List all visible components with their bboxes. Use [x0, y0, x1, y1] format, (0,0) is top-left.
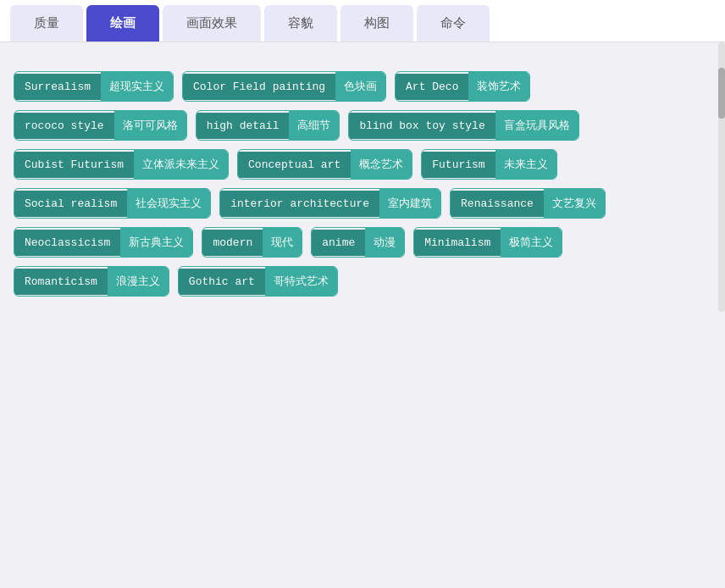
- tag-en-label: Renaissance: [451, 191, 544, 217]
- tag-item[interactable]: Conceptual art概念艺术: [237, 149, 412, 180]
- tag-item[interactable]: Social realism社会现实主义: [14, 188, 211, 219]
- tag-en-label: anime: [312, 230, 365, 256]
- tag-zh-label: 洛可可风格: [114, 111, 186, 140]
- tag-en-label: Gothic art: [179, 269, 265, 295]
- tag-item[interactable]: Gothic art哥特式艺术: [178, 266, 338, 297]
- scrollbar[interactable]: [718, 42, 725, 312]
- tag-en-label: Neoclassicism: [14, 230, 120, 256]
- tag-item[interactable]: rococo style洛可可风格: [14, 110, 187, 141]
- tag-en-label: Conceptual art: [238, 152, 351, 178]
- tag-zh-label: 动漫: [365, 228, 404, 257]
- tag-en-label: Cubist Futurism: [14, 152, 134, 178]
- tag-item[interactable]: Futurism未来主义: [421, 149, 556, 180]
- tag-item[interactable]: Renaissance文艺复兴: [450, 188, 606, 219]
- tab-命令[interactable]: 命令: [417, 5, 490, 42]
- tag-en-label: rococo style: [14, 113, 114, 139]
- tag-en-label: blind box toy style: [349, 113, 495, 139]
- tab-质量[interactable]: 质量: [10, 5, 83, 42]
- tag-item[interactable]: high detail高细节: [196, 110, 340, 141]
- tag-en-label: Futurism: [422, 152, 495, 178]
- tag-item[interactable]: anime动漫: [311, 227, 405, 258]
- tab-构图[interactable]: 构图: [340, 5, 413, 42]
- tag-zh-label: 现代: [263, 228, 302, 257]
- tag-zh-label: 新古典主义: [120, 228, 192, 257]
- tag-en-label: high detail: [196, 113, 290, 139]
- tab-画面效果[interactable]: 画面效果: [163, 5, 261, 42]
- tag-zh-label: 文艺复兴: [544, 189, 605, 218]
- tag-item[interactable]: Art Deco装饰艺术: [395, 71, 530, 102]
- tag-en-label: Social realism: [14, 191, 127, 217]
- tag-en-label: Color Field painting: [183, 74, 335, 100]
- tag-item[interactable]: Neoclassicism新古典主义: [14, 227, 193, 258]
- tag-en-label: Art Deco: [396, 74, 468, 100]
- scrollbar-thumb[interactable]: [718, 68, 725, 119]
- tag-zh-label: 哥特式艺术: [265, 267, 337, 296]
- tag-zh-label: 盲盒玩具风格: [495, 111, 578, 140]
- tag-zh-label: 色块画: [335, 72, 385, 101]
- tag-zh-label: 立体派未来主义: [134, 150, 228, 179]
- tag-en-label: Surrealism: [14, 74, 101, 100]
- tag-en-label: modern: [202, 230, 263, 256]
- tabs-bar: 质量绘画画面效果容貌构图命令: [0, 0, 725, 42]
- tag-item[interactable]: Cubist Futurism立体派未来主义: [14, 149, 229, 180]
- main-content: Surrealism超现实主义Color Field painting色块画Ar…: [0, 42, 725, 312]
- tag-item[interactable]: Color Field painting色块画: [182, 71, 386, 102]
- tab-容貌[interactable]: 容貌: [264, 5, 337, 42]
- tag-en-label: interior architecture: [220, 191, 379, 217]
- tag-item[interactable]: Minimalism极简主义: [413, 227, 562, 258]
- tag-zh-label: 装饰艺术: [468, 72, 529, 101]
- tag-item[interactable]: blind box toy style盲盒玩具风格: [348, 110, 578, 141]
- tag-zh-label: 未来主义: [495, 150, 556, 179]
- tags-container: Surrealism超现实主义Color Field painting色块画Ar…: [14, 71, 701, 297]
- tag-zh-label: 浪漫主义: [108, 267, 169, 296]
- tag-zh-label: 超现实主义: [101, 72, 173, 101]
- tab-绘画[interactable]: 绘画: [86, 5, 159, 42]
- tag-zh-label: 极简主义: [501, 228, 562, 257]
- tag-item[interactable]: Surrealism超现实主义: [14, 71, 174, 102]
- tag-item[interactable]: interior architecture室内建筑: [219, 188, 441, 219]
- tag-en-label: Minimalism: [414, 230, 501, 256]
- tag-item[interactable]: modern现代: [202, 227, 302, 258]
- tag-item[interactable]: Romanticism浪漫主义: [14, 266, 169, 297]
- tag-zh-label: 高细节: [289, 111, 339, 140]
- tag-zh-label: 社会现实主义: [127, 189, 210, 218]
- tag-zh-label: 室内建筑: [379, 189, 440, 218]
- tag-zh-label: 概念艺术: [351, 150, 412, 179]
- tag-en-label: Romanticism: [14, 269, 108, 295]
- content-area: Surrealism超现实主义Color Field painting色块画Ar…: [14, 58, 711, 297]
